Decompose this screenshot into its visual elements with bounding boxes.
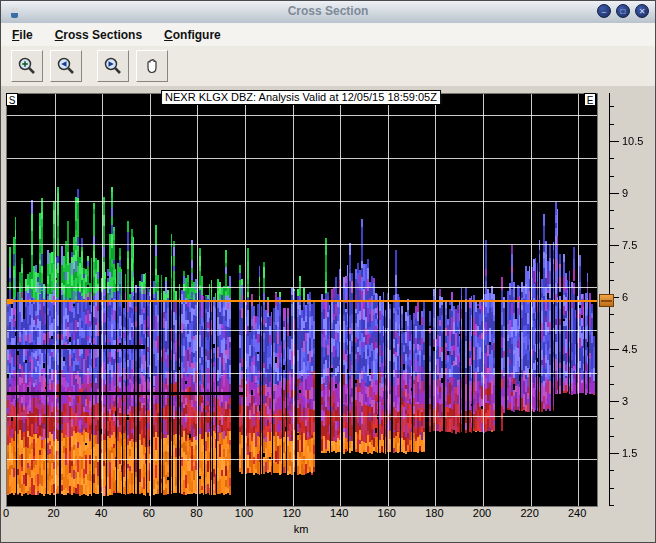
x-tick-label: 200 <box>472 507 492 519</box>
x-tick-label: 60 <box>139 507 159 519</box>
x-tick-label: 160 <box>377 507 397 519</box>
x-tick-label: 220 <box>520 507 540 519</box>
toolbar <box>1 46 655 86</box>
x-axis-tick-labels: 020406080100120140160180200220240 <box>1 507 656 520</box>
menu-file[interactable]: File <box>1 28 44 42</box>
close-button[interactable]: ✕ <box>635 4 649 18</box>
window-title: Cross Section <box>1 4 655 18</box>
x-tick-label: 100 <box>234 507 254 519</box>
zoom-in-icon <box>17 56 37 76</box>
menu-bar: File Cross Sections Configure <box>1 23 655 47</box>
pan-hand-icon <box>142 56 162 76</box>
zoom-next-button[interactable] <box>97 50 129 82</box>
zoom-previous-icon <box>56 56 76 76</box>
menu-configure[interactable]: Configure <box>153 28 232 42</box>
cross-section-plot[interactable] <box>6 93 598 507</box>
x-tick-label: 240 <box>567 507 587 519</box>
x-tick-label: 40 <box>91 507 111 519</box>
window-titlebar[interactable]: Cross Section – □ ✕ <box>1 1 655 24</box>
app-window: Cross Section – □ ✕ File Cross Sections … <box>0 0 656 543</box>
pan-button[interactable] <box>136 50 168 82</box>
x-axis-unit-label: km <box>286 523 316 535</box>
x-tick-label: 80 <box>186 507 206 519</box>
zoom-previous-button[interactable] <box>50 50 82 82</box>
maximize-button[interactable]: □ <box>616 4 630 18</box>
x-tick-label: 120 <box>282 507 302 519</box>
altitude-selector-handle[interactable] <box>599 294 614 307</box>
menu-cross-sections[interactable]: Cross Sections <box>44 28 153 42</box>
orientation-marker-south: S <box>6 93 18 106</box>
minimize-button[interactable]: – <box>597 4 611 18</box>
x-tick-label: 140 <box>329 507 349 519</box>
x-tick-label: 0 <box>0 507 16 519</box>
x-tick-label: 20 <box>44 507 64 519</box>
orientation-marker-east: E <box>584 93 596 106</box>
zoom-next-icon <box>103 56 123 76</box>
plot-title: NEXR KLGX DBZ: Analysis Valid at 12/05/1… <box>161 90 441 105</box>
zoom-in-button[interactable] <box>11 50 43 82</box>
x-tick-label: 180 <box>424 507 444 519</box>
